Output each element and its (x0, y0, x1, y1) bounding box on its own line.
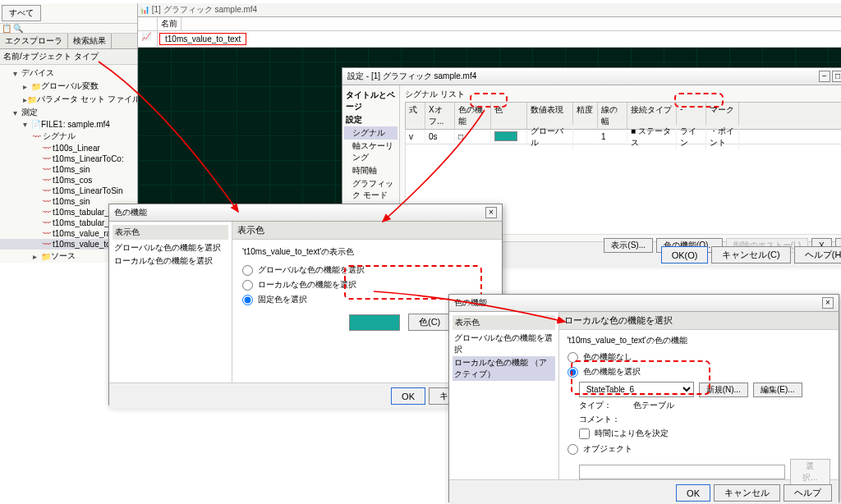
close-icon[interactable]: × (485, 207, 497, 218)
toolbar-icon[interactable]: 🔍 (13, 24, 23, 33)
explorer-column-header: 名前/オブジェクト タイプ (0, 49, 137, 65)
function-combo[interactable]: StateTable_6 (579, 382, 694, 397)
column-header[interactable]: 線の幅 (598, 103, 627, 129)
tree-node[interactable]: ▸📁グローバル変数 (0, 80, 137, 93)
cancel-button[interactable]: キャンセル(C) (711, 246, 790, 263)
grid-row[interactable]: v0s□グローバル1■ ステータスライン・ポイント (405, 130, 841, 144)
toolbar-icon[interactable]: 📋 (2, 24, 11, 33)
radio-no-function[interactable]: 色の機能なし (568, 350, 830, 364)
column-header-name: 名前 (158, 17, 182, 30)
color-button[interactable]: 色(C) (408, 314, 451, 331)
column-header[interactable]: 精度 (573, 103, 598, 129)
sidebar-item-local-active[interactable]: ローカルな色の機能 （アクティブ） (453, 356, 555, 381)
color-function-dialog-2: 色の機能 × 表示色 グローバルな色の機能を選択 ローカルな色の機能 （アクティ… (448, 294, 839, 502)
settings-category-item[interactable]: グラフィック モード (344, 177, 398, 202)
dialog2-sidebar: 表示色 グローバルな色の機能を選択 ローカルな色の機能 （アクティブ） (449, 312, 559, 479)
grid-cell[interactable]: ・ポイント (706, 125, 739, 149)
help-button[interactable]: ヘルプ(H) (794, 246, 841, 263)
tree-node[interactable]: 〰t10ms_cos (0, 175, 137, 186)
tree-node[interactable]: ▸📁パラメータ セット ファイル (0, 93, 137, 106)
radio-object[interactable]: オブジェクト (568, 442, 830, 456)
grid-cell[interactable]: ■ ステータス (627, 125, 677, 149)
settings-category-item[interactable]: 軸スケーリング (344, 140, 398, 164)
sidebar-item-local[interactable]: ローカルな色の機能を選択 (113, 254, 228, 268)
maximize-icon[interactable]: □ (832, 71, 841, 82)
action-button[interactable]: 表示(S)... (604, 238, 653, 253)
view-tab[interactable]: 📊 [1] グラフィック sample.mf4 (140, 5, 257, 14)
tree-node[interactable]: 〰t100s_Linear (0, 143, 137, 153)
grid-cell[interactable] (491, 131, 527, 144)
cancel-button[interactable]: キャンセル (714, 484, 780, 502)
close-icon[interactable]: × (822, 297, 834, 309)
filter-tab[interactable]: すべて (2, 5, 41, 21)
radio-global-color[interactable]: グローバルな色の機能を選択 (242, 263, 492, 277)
description-text: 't10ms_value_to_text'の表示色 (242, 246, 492, 258)
color-preview (349, 314, 400, 331)
grid-cell[interactable]: グローバル (527, 125, 573, 149)
sidebar-item-global[interactable]: グローバルな色の機能を選択 (113, 241, 228, 254)
color-function-dialog-1: 色の機能 × 表示色 グローバルな色の機能を選択 ローカルな色の機能を選択 表示… (108, 204, 503, 405)
tree-node[interactable]: 〰t10ms_LinearToCo: (0, 153, 137, 164)
tree-node[interactable]: 〰シグナル (0, 130, 137, 143)
column-header[interactable]: Xオフ... (425, 103, 455, 129)
column-header[interactable]: 式 (406, 103, 425, 129)
grid-header: 式Xオフ...色の機能色数値表現精度線の幅接続タイプ-マーク (405, 102, 841, 130)
section-title: 表示色 (232, 222, 502, 240)
settings-category-item[interactable]: シグナル (344, 126, 398, 140)
tree-node[interactable]: ▾📄FILE1: sample.mf4 (0, 119, 137, 130)
ok-button[interactable]: OK (391, 387, 425, 405)
radio-select-function[interactable]: 色の機能を選択 (568, 364, 830, 379)
type-label: タイプ： (579, 400, 612, 411)
tree-node[interactable]: ▾デバイス (0, 66, 137, 80)
ok-button[interactable]: OK(O) (661, 246, 709, 263)
select-button: 選択... (790, 459, 830, 485)
section-title: ローカルな色の機能を選択 (559, 312, 839, 330)
tree-node[interactable]: 〰t10ms_LinearToSin (0, 186, 137, 196)
column-header[interactable]: 色の機能 (455, 103, 491, 129)
sidebar-item-global[interactable]: グローバルな色の機能を選択 (453, 332, 555, 356)
explorer-tab[interactable]: エクスプローラ (0, 34, 68, 48)
dialog1-sidebar: 表示色 グローバルな色の機能を選択 ローカルな色の機能を選択 (109, 222, 232, 383)
search-results-tab[interactable]: 検索結果 (68, 34, 112, 48)
object-input[interactable] (579, 465, 785, 479)
type-value: 色テーブル (633, 400, 674, 411)
radio-local-color[interactable]: ローカルな色の機能を選択 (242, 277, 492, 292)
dialog-title: 設定 - [1] グラフィック sample.mf4 (347, 71, 476, 82)
grid-cell[interactable] (573, 136, 598, 138)
grid-cell[interactable]: ライン (677, 125, 706, 149)
time-color-checkbox[interactable]: 時間により色を決定 (568, 428, 830, 439)
minimize-icon[interactable]: − (819, 71, 830, 82)
grid-cell[interactable]: v (406, 131, 425, 142)
column-header[interactable]: 色 (491, 103, 527, 129)
help-button[interactable]: ヘルプ (784, 484, 832, 502)
signal-name-field[interactable]: t10ms_value_to_text (159, 33, 246, 45)
dialog-title: 色の機能 (114, 207, 147, 218)
grid-cell[interactable]: 1 (598, 131, 627, 142)
edit-button[interactable]: 編集(E)... (753, 383, 802, 397)
dialog-title: 色の機能 (454, 297, 487, 309)
ok-button[interactable]: OK (676, 484, 710, 502)
comment-label: コメント： (579, 414, 620, 425)
sidebar-header: 表示色 (113, 225, 228, 240)
category-title-page[interactable]: タイトルとページ (344, 89, 398, 113)
new-button[interactable]: 新規(N)... (699, 383, 748, 397)
description-text: 't10ms_value_to_text'の色の機能 (568, 335, 830, 346)
grid-cell[interactable]: 0s (425, 131, 455, 142)
grid-cell[interactable]: □ (455, 131, 491, 142)
tree-node[interactable]: 〰t10ms_sin (0, 164, 137, 175)
tree-node[interactable]: ▾測定 (0, 106, 137, 119)
settings-category-item[interactable]: 時間軸 (344, 164, 398, 177)
sidebar-header: 表示色 (453, 315, 555, 330)
signal-list-label: シグナル リスト (405, 89, 841, 100)
category-settings[interactable]: 設定 (344, 113, 398, 126)
